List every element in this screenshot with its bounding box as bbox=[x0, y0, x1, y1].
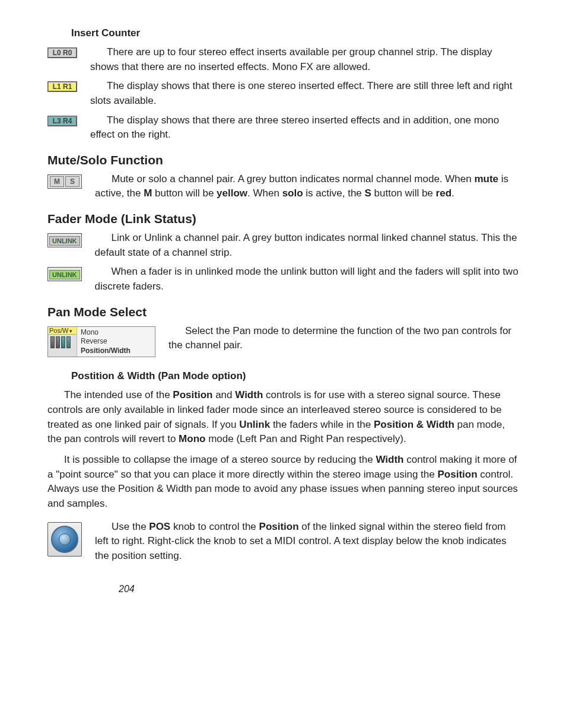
bold: Position & Width bbox=[374, 419, 454, 430]
insert-counter-badge: L1 R1 bbox=[47, 81, 77, 92]
t: button will be bbox=[152, 187, 217, 199]
pan-mode-row: Pos/W Mono Reverse Position/Width Select… bbox=[47, 324, 519, 358]
fader-linked-text: Link or Unlink a channel pair. A grey bu… bbox=[95, 231, 519, 260]
t: and bbox=[212, 389, 235, 400]
fader-mode-heading: Fader Mode (Link Status) bbox=[47, 212, 519, 226]
bold: POS bbox=[149, 521, 170, 532]
pan-mode-tag[interactable]: Pos/W bbox=[48, 327, 77, 335]
position-width-heading: Postition & Width (Pan Mode option) bbox=[71, 370, 519, 382]
unlink-button-on[interactable]: UNLINK bbox=[47, 267, 82, 281]
mute-button[interactable]: M bbox=[50, 176, 64, 187]
fader-unlinked-text: When a fader is in unlinked mode the unl… bbox=[95, 265, 519, 294]
t: It is possible to collapse the image of … bbox=[64, 454, 376, 465]
solo-button[interactable]: S bbox=[65, 176, 80, 187]
bold: M bbox=[144, 187, 152, 199]
t: button will be bbox=[371, 187, 436, 199]
insert-counter-text: There are up to four stereo effect inser… bbox=[90, 45, 519, 74]
t: The intended use of the bbox=[64, 389, 173, 400]
fader-unlinked-row: UNLINK When a fader is in unlinked mode … bbox=[47, 265, 519, 294]
insert-counter-row-2: L3 R4 The display shows that there are t… bbox=[47, 113, 519, 142]
position-width-p1: The intended use of the Position and Wid… bbox=[47, 388, 519, 447]
page-number: 204 bbox=[119, 584, 519, 595]
pan-mode-text: Select the Pan mode to determine the fun… bbox=[168, 324, 519, 353]
pos-knob-text: Use the POS knob to control the Position… bbox=[95, 520, 519, 564]
bold: yellow bbox=[217, 187, 247, 199]
mini-faders-icon bbox=[48, 335, 77, 350]
bold: Position bbox=[437, 469, 477, 480]
mute-solo-row: M S Mute or solo a channel pair. A grey … bbox=[47, 172, 519, 201]
fader-linked-row: UNLINK Link or Unlink a channel pair. A … bbox=[47, 231, 519, 260]
insert-counter-heading: Insert Counter bbox=[71, 27, 519, 39]
insert-counter-row-0: L0 R0 There are up to four stereo effect… bbox=[47, 45, 519, 74]
pan-mode-options: Mono Reverse Position/Width bbox=[77, 327, 155, 357]
pan-option-reverse[interactable]: Reverse bbox=[81, 337, 151, 346]
unlink-label: UNLINK bbox=[49, 270, 80, 279]
mute-solo-buttons: M S bbox=[47, 174, 82, 189]
pan-mode-menu[interactable]: Pos/W Mono Reverse Position/Width bbox=[47, 326, 155, 358]
bold: Width bbox=[235, 389, 263, 400]
insert-counter-badge: L0 R0 bbox=[47, 47, 77, 58]
pos-knob-row: Use the POS knob to control the Position… bbox=[47, 520, 519, 564]
t: knob to control the bbox=[170, 521, 259, 532]
insert-counter-row-1: L1 R1 The display shows that there is on… bbox=[47, 79, 519, 108]
unlink-button-off[interactable]: UNLINK bbox=[47, 233, 82, 247]
bold: Position bbox=[173, 389, 212, 400]
t: Use the bbox=[112, 521, 149, 532]
bold: mute bbox=[474, 173, 498, 185]
pan-mode-heading: Pan Mode Select bbox=[47, 305, 519, 319]
pan-mode-menu-left: Pos/W bbox=[48, 327, 77, 357]
position-width-p2: It is possible to collapse the image of … bbox=[47, 453, 519, 511]
bold: Mono bbox=[179, 433, 205, 444]
manual-page: Insert Counter L0 R0 There are up to fou… bbox=[0, 0, 566, 618]
bold: solo bbox=[282, 187, 303, 199]
bold: S bbox=[365, 187, 371, 199]
bold: Unlink bbox=[239, 419, 270, 430]
bold: Position bbox=[259, 521, 299, 532]
t: mode (Left Pan and Right Pan respectivel… bbox=[205, 433, 406, 444]
bold: red bbox=[436, 187, 451, 199]
insert-counter-text: The display shows that there are three s… bbox=[90, 113, 519, 142]
pos-knob[interactable] bbox=[47, 522, 82, 557]
t: Mute or solo a channel pair. A grey butt… bbox=[112, 173, 474, 185]
insert-counter-text: The display shows that there is one ster… bbox=[90, 79, 519, 108]
t: . When bbox=[247, 187, 282, 199]
t: . bbox=[451, 187, 454, 199]
t: is active, the bbox=[303, 187, 365, 199]
bold: Width bbox=[376, 454, 403, 465]
mute-solo-text: Mute or solo a channel pair. A grey butt… bbox=[95, 172, 519, 201]
t: the faders while in the bbox=[270, 419, 374, 430]
insert-counter-badge: L3 R4 bbox=[47, 116, 77, 126]
mute-solo-heading: Mute/Solo Function bbox=[47, 153, 519, 167]
unlink-label: UNLINK bbox=[49, 236, 80, 246]
pan-option-poswidth[interactable]: Position/Width bbox=[81, 346, 151, 356]
knob-icon bbox=[51, 526, 78, 553]
pan-option-mono[interactable]: Mono bbox=[81, 328, 151, 338]
